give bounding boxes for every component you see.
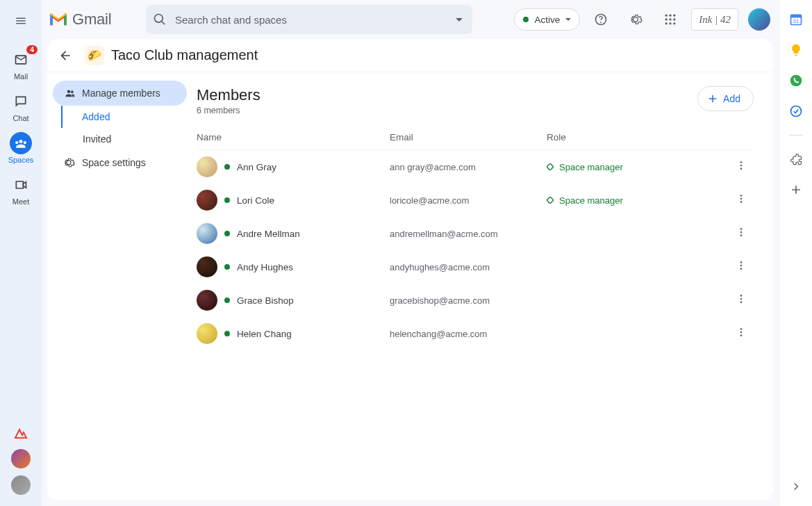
presence-dot-icon [224,231,230,236]
meet-icon [14,178,28,192]
member-avatar [197,223,217,244]
plus-icon [789,183,803,197]
row-menu-button[interactable] [729,193,754,207]
row-menu-button[interactable] [729,227,754,240]
nav-dm-avatar-2[interactable] [11,475,31,495]
svg-rect-9 [547,163,554,170]
row-menu-button[interactable] [729,160,754,174]
svg-point-20 [740,261,743,263]
nav-meet[interactable]: Meet [0,171,42,213]
manager-badge-icon [547,163,554,170]
status-label: Active [534,15,560,25]
members-table: Name Email Role Ann Grayann gray@acme.co… [197,128,754,350]
member-name: Grace Bishop [237,295,294,306]
svg-point-14 [740,195,743,197]
member-role: Space manager [547,162,729,172]
col-role-header: Role [547,132,729,142]
calendar-app-button[interactable]: 31 [789,13,803,26]
status-dot-icon [523,17,529,22]
menu-space-settings-label: Space settings [82,157,146,168]
add-member-button[interactable]: Add [697,86,754,111]
svg-point-3 [665,18,668,20]
nav-spaces[interactable]: Spaces [0,129,42,171]
voice-app-button[interactable] [789,74,803,88]
member-email: andremellman@acme.com [390,229,547,239]
svg-point-2 [673,15,675,17]
submenu-invited[interactable]: Invited [61,128,187,150]
table-row: Lori Coleloricole@acme.comSpace manager [197,183,754,217]
search-options-caret-icon[interactable] [456,18,463,22]
settings-button[interactable] [622,6,649,33]
svg-point-18 [740,231,743,234]
presence-dot-icon [224,264,230,270]
svg-point-15 [740,198,743,200]
space-header: 🌮 Taco Club management [47,39,773,72]
submenu-added[interactable]: Added [61,106,187,128]
svg-point-1 [670,15,672,17]
row-menu-button[interactable] [729,260,754,274]
back-button[interactable] [53,43,78,68]
table-row: Grace Bishopgracebishop@acme.com [197,284,754,317]
presence-dot-icon [224,331,230,336]
svg-point-8 [673,22,675,24]
menu-space-settings[interactable]: Space settings [53,150,187,175]
help-button[interactable] [587,6,615,33]
member-name: Andre Mellman [237,229,300,239]
brand-text: Gmail [72,10,111,28]
get-addons-button[interactable] [789,183,803,197]
nav-dm-avatar-1[interactable] [11,449,31,468]
help-icon [594,13,608,26]
settings-side-menu: Manage members Added Invited Space setti… [47,72,190,500]
row-menu-button[interactable] [729,327,754,341]
main-menu-button[interactable] [7,7,35,35]
col-name-header: Name [197,132,390,142]
menu-manage-members[interactable]: Manage members [53,81,187,106]
chevron-right-icon [790,480,802,493]
table-row: Ann Grayann gray@acme.comSpace manager [197,150,754,183]
keep-icon [789,43,803,57]
addons-button[interactable] [789,152,803,166]
more-vert-icon [736,227,747,238]
brand[interactable]: Gmail [49,10,139,28]
table-row: Helen Changhelenchang@acme.com [197,317,754,350]
workspace-label[interactable]: Ink | 42 [691,8,738,31]
nav-meet-label: Meet [13,197,29,206]
profile-avatar[interactable] [748,8,770,31]
gear-icon [629,13,643,26]
row-menu-button[interactable] [729,293,754,307]
search-icon [153,13,167,26]
presence-dot-icon [224,297,230,303]
member-email: loricole@acme.com [390,195,547,206]
chat-icon [14,95,28,108]
search-placeholder: Search chat and spaces [175,14,456,26]
more-vert-icon [736,193,747,204]
member-role: Space manager [547,195,729,206]
svg-point-19 [740,234,743,236]
presence-dot-icon [224,197,230,203]
table-row: Andre Mellmanandremellman@acme.com [197,217,754,250]
submenu-invited-label: Invited [83,133,111,145]
svg-point-33 [790,106,801,117]
search-input[interactable]: Search chat and spaces [146,5,472,34]
table-row: Andy Hughesandyhughes@acme.com [197,250,754,284]
apps-button[interactable] [656,6,684,33]
svg-rect-30 [790,15,801,17]
member-avatar [197,190,217,211]
status-chip[interactable]: Active [514,8,580,31]
presence-dot-icon [224,164,230,170]
puzzle-icon [789,152,803,166]
svg-point-22 [740,268,743,270]
mail-icon [14,53,28,67]
tasks-app-button[interactable] [789,104,803,118]
member-name: Andy Hughes [237,262,293,272]
nav-chat[interactable]: Chat [0,88,42,129]
svg-rect-13 [547,197,554,204]
collapse-right-button[interactable] [785,475,807,498]
nav-mail-label: Mail [14,72,28,81]
chevron-down-icon [565,18,571,21]
main-column: Gmail Search chat and spaces Active Ink … [42,0,779,506]
nav-mail[interactable]: 4 Mail [0,46,42,88]
gear-icon [63,156,75,169]
keep-app-button[interactable] [789,43,803,57]
more-vert-icon [736,160,747,171]
